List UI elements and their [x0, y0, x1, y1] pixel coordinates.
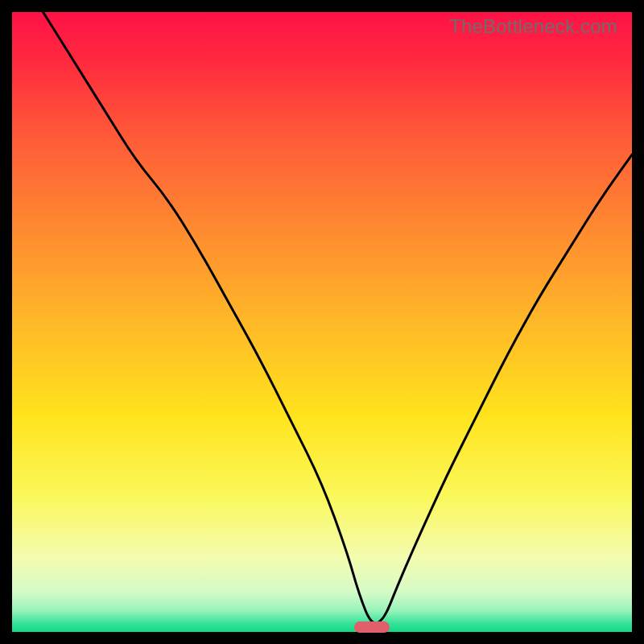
optimal-marker	[354, 621, 390, 633]
watermark-text: TheBottleneck.com	[449, 15, 617, 38]
chart-svg	[12, 12, 632, 632]
gradient-background	[12, 12, 632, 632]
chart-frame: TheBottleneck.com	[12, 12, 632, 632]
